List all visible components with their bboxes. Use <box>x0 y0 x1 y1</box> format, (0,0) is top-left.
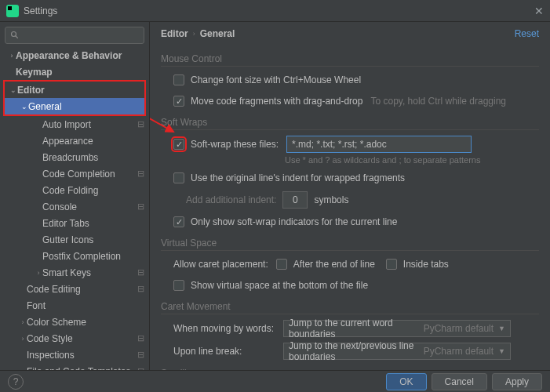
label: Upon line break: <box>173 346 283 357</box>
breadcrumb-part-1: Editor <box>161 28 188 39</box>
sidebar-item-label: Keymap <box>16 67 144 78</box>
dropdown-line-break[interactable]: Jump to the next/previous line boundarie… <box>283 343 511 360</box>
label: Allow caret placement: <box>173 259 268 270</box>
sidebar-item-label: Editor <box>17 85 140 96</box>
sidebar-item-label: Font <box>27 300 144 311</box>
sidebar-item-console[interactable]: Console⊟ <box>0 198 149 215</box>
help-button[interactable]: ? <box>8 374 24 390</box>
hint: Use * and ? as wildcards and ; to separa… <box>285 155 539 165</box>
sidebar-item-color-scheme[interactable]: ›Color Scheme <box>0 314 149 330</box>
sidebar-item-label: General <box>28 101 140 112</box>
sidebar-item-label: Code Completion <box>42 169 137 180</box>
additional-indent-input[interactable] <box>282 191 308 209</box>
sidebar-item-auto-import[interactable]: Auto Import⊟ <box>0 116 149 132</box>
label: Show virtual space at the bottom of the … <box>191 280 368 291</box>
sidebar-item-keymap[interactable]: Keymap <box>0 64 149 80</box>
section-soft-wraps: Soft Wraps <box>161 117 539 130</box>
cancel-button[interactable]: Cancel <box>432 373 487 390</box>
gear-icon: ⊟ <box>137 169 144 179</box>
sidebar-item-label: Console <box>42 201 137 212</box>
sidebar-item-code-style[interactable]: ›Code Style⊟ <box>0 330 149 347</box>
section-scrolling: Scrolling <box>161 368 539 370</box>
label: Use the original line's indent for wrapp… <box>191 172 405 183</box>
chevron-right-icon: › <box>8 52 16 60</box>
checkbox-inside-tabs[interactable] <box>386 259 397 270</box>
sidebar-item-breadcrumbs[interactable]: Breadcrumbs <box>0 149 149 165</box>
window-title: Settings <box>24 5 534 16</box>
sidebar-item-label: Code Style <box>27 333 137 344</box>
chevron-down-icon: ▼ <box>498 325 505 332</box>
ok-button[interactable]: OK <box>386 373 426 390</box>
hint: To copy, hold Ctrl while dragging <box>370 96 506 107</box>
sidebar-item-editor-tabs[interactable]: Editor Tabs <box>0 215 149 231</box>
checkbox-original-indent[interactable] <box>173 172 184 183</box>
label: After the end of line <box>293 259 375 270</box>
chevron-down-icon: ⌄ <box>20 103 28 111</box>
sidebar-item-label: Code Folding <box>42 185 144 196</box>
checkbox-font-size[interactable] <box>173 74 184 85</box>
checkbox-virtual-bottom[interactable] <box>173 280 184 291</box>
checkbox-drag-drop[interactable] <box>173 96 184 107</box>
gear-icon: ⊟ <box>137 284 144 294</box>
gear-icon: ⊟ <box>137 119 144 129</box>
dropdown-word-boundaries[interactable]: Jump to the current word boundaries PyCh… <box>283 320 511 337</box>
sidebar-item-label: Gutter Icons <box>42 234 144 245</box>
chevron-right-icon: › <box>35 269 42 277</box>
sidebar-item-label: Color Scheme <box>27 317 144 328</box>
chevron-right-icon: › <box>193 30 195 38</box>
sidebar-item-code-completion[interactable]: Code Completion⊟ <box>0 165 149 182</box>
chevron-down-icon: ⌄ <box>9 86 17 94</box>
sidebar-item-label: Code Editing <box>27 284 137 295</box>
sidebar-item-font[interactable]: Font <box>0 297 149 314</box>
sidebar-item-label: Inspections <box>27 350 137 361</box>
label: Only show soft-wrap indicators for the c… <box>191 216 397 227</box>
checkbox-after-eol[interactable] <box>276 259 287 270</box>
label: Inside tabs <box>403 259 449 270</box>
sidebar-item-label: Appearance <box>42 136 144 147</box>
svg-line-3 <box>16 36 18 38</box>
sidebar-item-smart-keys[interactable]: ›Smart Keys⊟ <box>0 264 149 281</box>
sidebar-item-general[interactable]: ⌄General <box>5 98 144 114</box>
sidebar-item-appearance-behavior[interactable]: ›Appearance & Behavior <box>0 47 149 64</box>
breadcrumb: Editor › General Reset <box>161 22 539 45</box>
section-virtual-space: Virtual Space <box>161 238 539 251</box>
sidebar-item-appearance[interactable]: Appearance <box>0 132 149 149</box>
apply-button[interactable]: Apply <box>492 373 542 390</box>
breadcrumb-part-2: General <box>200 28 235 39</box>
section-caret-movement: Caret Movement <box>161 301 539 314</box>
gear-icon: ⊟ <box>137 350 144 360</box>
reset-link[interactable]: Reset <box>515 28 539 39</box>
sidebar-item-gutter-icons[interactable]: Gutter Icons <box>0 231 149 248</box>
close-icon[interactable]: ✕ <box>534 5 544 17</box>
sidebar-item-inspections[interactable]: Inspections⊟ <box>0 347 149 363</box>
label: When moving by words: <box>173 323 283 334</box>
label: Move code fragments with drag-and-drop <box>191 96 362 107</box>
gear-icon: ⊟ <box>137 267 144 278</box>
sidebar-item-label: Appearance & Behavior <box>16 50 144 61</box>
gear-icon: ⊟ <box>137 201 144 212</box>
checkbox-soft-wrap-indicators[interactable] <box>173 216 184 227</box>
label: symbols <box>314 194 348 205</box>
sidebar-item-file-and-code-templates[interactable]: File and Code Templates⊟ <box>0 363 149 370</box>
sidebar-item-postfix-completion[interactable]: Postfix Completion <box>0 248 149 264</box>
sidebar-item-editor[interactable]: ⌄Editor <box>5 82 144 98</box>
chevron-down-icon: ▼ <box>498 347 505 355</box>
sidebar-item-code-editing[interactable]: Code Editing⊟ <box>0 281 149 297</box>
sidebar-item-code-folding[interactable]: Code Folding <box>0 182 149 198</box>
sidebar-item-label: Editor Tabs <box>42 218 144 229</box>
soft-wrap-patterns-input[interactable] <box>286 136 472 153</box>
sidebar-item-label: Postfix Completion <box>42 251 144 262</box>
chevron-right-icon: › <box>19 318 27 326</box>
label: Soft-wrap these files: <box>191 139 279 150</box>
sidebar-item-label: Smart Keys <box>42 267 137 278</box>
gear-icon: ⊟ <box>137 333 144 343</box>
sidebar-item-label: File and Code Templates <box>27 366 137 371</box>
search-input[interactable] <box>5 27 144 44</box>
app-icon <box>6 5 19 17</box>
section-mouse-control: Mouse Control <box>161 53 539 67</box>
svg-rect-1 <box>8 6 12 10</box>
sidebar-item-label: Breadcrumbs <box>42 152 144 163</box>
checkbox-soft-wrap[interactable] <box>173 139 184 150</box>
svg-point-2 <box>12 32 16 37</box>
label: Change font size with Ctrl+Mouse Wheel <box>191 74 361 85</box>
